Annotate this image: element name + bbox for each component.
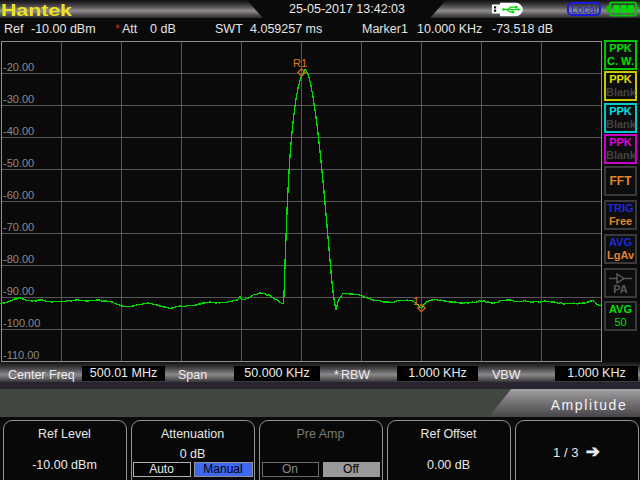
svg-text:1: 1 [413,295,419,307]
svg-text:R1: R1 [293,57,307,69]
